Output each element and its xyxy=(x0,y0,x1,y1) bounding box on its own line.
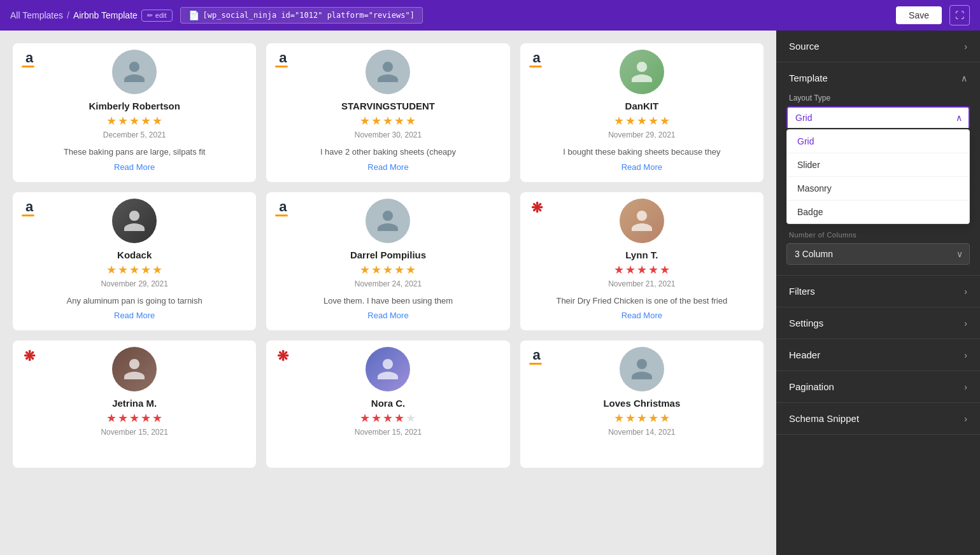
header-chevron-icon: › xyxy=(964,350,967,360)
star-filled-icon: ★ xyxy=(129,114,139,128)
layout-dropdown-arrow-icon: ∧ xyxy=(956,113,962,123)
template-chevron-icon: ∧ xyxy=(961,73,967,83)
columns-dropdown[interactable]: 3 Column ∨ xyxy=(786,243,970,265)
star-filled-icon: ★ xyxy=(406,114,416,128)
shortcode-display[interactable]: 📄 [wp_social_ninja id="1012" platform="r… xyxy=(180,7,423,24)
save-button[interactable]: Save xyxy=(896,6,942,24)
star-rating: ★★★★★ xyxy=(614,114,670,128)
reviewer-name: Lynn T. xyxy=(625,249,658,260)
star-filled-icon: ★ xyxy=(129,411,139,425)
amazon-badge: a xyxy=(528,348,546,366)
review-text: Any aluminum pan is going to tarnish xyxy=(67,295,202,307)
layout-option-badge[interactable]: Badge xyxy=(787,200,969,223)
read-more-link[interactable]: Read More xyxy=(367,311,408,320)
settings-label: Settings xyxy=(789,318,823,328)
columns-select-display[interactable]: 3 Column ∨ xyxy=(786,243,970,265)
layout-dropdown[interactable]: Grid ∧ Grid Slider Masonry Badge xyxy=(786,106,970,224)
template-label: Template xyxy=(789,73,828,83)
layout-option-grid[interactable]: Grid xyxy=(787,130,969,153)
review-date: November 24, 2021 xyxy=(355,279,422,288)
review-text: Love them. I have been using them xyxy=(323,295,453,307)
star-filled-icon: ★ xyxy=(152,411,162,425)
star-filled-icon: ★ xyxy=(360,263,370,277)
layout-select-display[interactable]: Grid ∧ xyxy=(786,106,970,128)
layout-option-masonry[interactable]: Masonry xyxy=(787,176,969,200)
schema-label: Schema Snippet xyxy=(789,413,859,424)
review-card-r4: a Kodack ★★★★★ November 29, 2021 Any alu… xyxy=(13,192,256,331)
review-card-r3: a DanKIT ★★★★★ November 29, 2021 I bough… xyxy=(520,43,763,182)
star-rating: ★★★★★ xyxy=(614,411,670,425)
star-filled-icon: ★ xyxy=(394,263,404,277)
header-label: Header xyxy=(789,349,820,360)
star-filled-icon: ★ xyxy=(660,263,670,277)
star-filled-icon: ★ xyxy=(118,411,128,425)
star-filled-icon: ★ xyxy=(637,263,647,277)
amazon-badge: a xyxy=(528,51,546,69)
template-content: Layout Type Grid ∧ Grid Slider Masonry B… xyxy=(776,94,980,275)
read-more-link[interactable]: Read More xyxy=(114,311,155,320)
star-filled-icon: ★ xyxy=(614,263,624,277)
review-card-r6: ❋ Lynn T. ★★★★★ November 21, 2021 Their … xyxy=(520,192,763,331)
star-filled-icon: ★ xyxy=(406,263,416,277)
schema-section-header[interactable]: Schema Snippet › xyxy=(776,403,980,434)
avatar-dankit xyxy=(620,50,664,94)
breadcrumb-all-templates[interactable]: All Templates xyxy=(10,10,63,20)
review-date: November 14, 2021 xyxy=(608,428,675,437)
avatar-placeholder xyxy=(112,50,157,94)
review-date: November 29, 2021 xyxy=(608,130,675,139)
pagination-chevron-icon: › xyxy=(964,382,967,392)
filters-chevron-icon: › xyxy=(964,286,967,297)
fullscreen-button[interactable]: ⛶ xyxy=(949,5,970,25)
avatar-placeholder xyxy=(620,347,664,391)
reviewer-name: Darrel Pompilius xyxy=(350,249,426,260)
pagination-section-header[interactable]: Pagination › xyxy=(776,371,980,402)
filters-section-header[interactable]: Filters › xyxy=(776,276,980,307)
star-filled-icon: ★ xyxy=(383,411,393,425)
star-filled-icon: ★ xyxy=(118,114,128,128)
star-rating: ★★★★★ xyxy=(614,263,670,277)
read-more-link[interactable]: Read More xyxy=(621,311,662,320)
pencil-icon: ✏ xyxy=(147,11,153,20)
review-card-r1: a Kimberly Robertson ★★★★★ December 5, 2… xyxy=(13,43,256,182)
review-date: November 15, 2021 xyxy=(101,428,167,437)
header-section-header[interactable]: Header › xyxy=(776,339,980,370)
avatar-nora xyxy=(366,347,410,391)
yelp-badge: ❋ xyxy=(528,200,546,218)
layout-option-slider[interactable]: Slider xyxy=(787,153,969,176)
review-text: I have 2 other baking sheets (cheapy xyxy=(320,146,456,158)
shortcode-text: [wp_social_ninja id="1012" platform="rev… xyxy=(203,11,415,20)
amazon-badge: a xyxy=(274,200,292,218)
star-filled-icon: ★ xyxy=(141,411,151,425)
header-section: Header › xyxy=(776,339,980,371)
star-filled-icon: ★ xyxy=(394,411,404,425)
star-rating: ★★★★★ xyxy=(360,263,416,277)
read-more-link[interactable]: Read More xyxy=(114,162,155,172)
avatar-placeholder xyxy=(366,50,410,94)
template-section-header[interactable]: Template ∧ xyxy=(776,62,980,94)
review-card-r5: a Darrel Pompilius ★★★★★ November 24, 20… xyxy=(266,192,509,331)
read-more-link[interactable]: Read More xyxy=(367,162,408,172)
source-section-header[interactable]: Source › xyxy=(776,31,980,62)
filters-label: Filters xyxy=(789,286,815,297)
reviews-grid: a Kimberly Robertson ★★★★★ December 5, 2… xyxy=(13,43,763,468)
reviewer-name: Kodack xyxy=(117,249,152,260)
edit-button[interactable]: ✏ edit xyxy=(141,10,173,22)
settings-section-header[interactable]: Settings › xyxy=(776,307,980,339)
columns-dropdown-arrow-icon: ∨ xyxy=(956,249,963,259)
star-filled-icon: ★ xyxy=(383,114,393,128)
review-date: November 15, 2021 xyxy=(355,428,422,437)
star-filled-icon: ★ xyxy=(106,263,117,277)
settings-chevron-icon: › xyxy=(964,318,967,328)
star-filled-icon: ★ xyxy=(141,114,151,128)
star-filled-icon: ★ xyxy=(129,263,139,277)
star-filled-icon: ★ xyxy=(625,114,636,128)
document-icon: 📄 xyxy=(188,10,199,20)
avatar-lynnt xyxy=(620,199,664,243)
star-filled-icon: ★ xyxy=(637,411,647,425)
star-filled-icon: ★ xyxy=(637,114,647,128)
layout-options-list: Grid Slider Masonry Badge xyxy=(786,129,970,224)
avatar-jetrina xyxy=(112,347,157,391)
reviewer-name: Kimberly Robertson xyxy=(89,101,180,111)
star-filled-icon: ★ xyxy=(648,263,658,277)
read-more-link[interactable]: Read More xyxy=(621,162,662,172)
